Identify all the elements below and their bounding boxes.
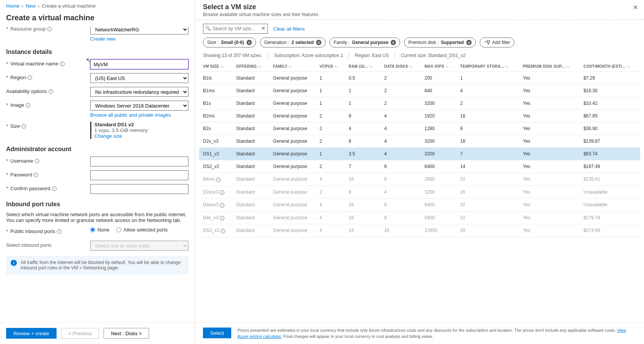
breadcrumb-current: Create a virtual machine [42,3,96,9]
info-icon[interactable]: i [216,178,221,182]
table-row[interactable]: B4ms iStandardGeneral purpose4168288032Y… [199,173,640,186]
table-row[interactable]: B1sStandardGeneral purpose11232002Yes$10… [199,97,640,110]
radio-none[interactable]: None [90,227,109,233]
browse-images-link[interactable]: Browse all public and private images [90,112,188,118]
table-row[interactable]: B1lsStandardGeneral purpose10.522001Yes$… [199,72,640,85]
col-vm-size[interactable]: VM SIZE↑↓ [199,61,232,72]
section-admin-account: Administrator account [6,146,188,153]
label-confirm-password: Confirm password [10,186,50,191]
plus-icon: ⁺∇ [484,39,490,46]
size-desc: 1 vcpu, 3.5 GiB memory [94,127,188,133]
availability-select[interactable]: No infrastructure redundancy required [90,87,188,97]
remove-filter-icon[interactable]: ✕ [247,40,252,45]
info-icon[interactable]: i [220,190,224,195]
col-vcpus[interactable]: VCPUS↑↓ [316,61,345,72]
table-row[interactable]: D2asv3 iStandardGeneral purpose284320016… [199,186,640,199]
remove-filter-icon[interactable]: ✕ [391,40,396,45]
change-size-link[interactable]: Change size [94,133,188,139]
password-input[interactable] [90,170,188,180]
info-icon[interactable]: i [26,103,30,108]
breadcrumb: Home › New › Create a virtual machine [0,0,195,12]
table-row[interactable]: B2sStandardGeneral purpose24412808Yes$36… [199,122,640,135]
size-name: Standard DS1 v2 [94,122,188,127]
chevron-right-icon: › [22,3,23,9]
label-select-ports: Select inbound ports [6,242,52,248]
info-icon[interactable]: i [47,27,52,31]
label-password: Password [10,172,32,178]
remove-filter-icon[interactable]: ✕ [316,40,321,45]
subscription-label: Subscription: Azure subscription 1 [274,53,343,58]
region-select[interactable]: (US) East US [90,73,188,83]
inbound-desc: Select which virtual machine network por… [6,212,188,223]
label-availability: Availability options [6,88,47,94]
col-family[interactable]: FAMILY↑↓ [269,61,316,72]
price-note: Prices presented are estimates in your l… [237,328,636,339]
username-input[interactable] [90,157,188,166]
showing-count: Showing 13 of 257 VM sizes. [203,53,262,58]
info-icon[interactable]: i [221,229,225,233]
col-temp-storage[interactable]: TEMPORARY STORA...↑↓ [456,61,519,72]
panel-title: Select a VM size [203,3,636,11]
confirm-password-input[interactable] [90,184,188,194]
panel-subtitle: Browse available virtual machine sizes a… [203,12,636,17]
table-row[interactable]: D4asv3 iStandardGeneral purpose416864003… [199,199,640,212]
info-icon[interactable]: i [220,203,224,208]
filter-pill-generation[interactable]: Generation : 2 selected✕ [260,37,326,47]
label-size: Size [10,123,20,129]
breadcrumb-new[interactable]: New [26,3,36,9]
info-icon: i [11,260,17,266]
col-ram[interactable]: RAM (GI...↑↓ [345,61,380,72]
review-create-button[interactable]: Review + create [6,328,57,339]
col-cost[interactable]: COST/MONTH (ESTI...↑↓ [580,61,640,72]
resource-group-select[interactable]: NetworkWatcherRG [90,27,188,34]
clear-search-icon[interactable]: ✕ [261,25,266,31]
col-premium-disk[interactable]: PREMIUM DISK SUP...↑↓ [519,61,580,72]
previous-button: < Previous [61,328,99,339]
vm-name-input[interactable] [90,59,188,69]
current-size-label: Current size: Standard_DS1_v2 [401,53,466,58]
create-new-link[interactable]: Create new [90,36,188,42]
radio-allow[interactable]: Allow selected ports [116,227,168,233]
table-row[interactable]: DS3_v2 iStandardGeneral purpose414161280… [199,224,640,237]
region-label: Region: East US [355,53,389,58]
clear-filters-link[interactable]: Clear all filters [273,26,305,32]
info-banner: i All traffic from the internet will be … [6,256,188,274]
breadcrumb-home[interactable]: Home [6,3,19,9]
next-button[interactable]: Next : Disks > [104,328,149,339]
table-row[interactable]: B2msStandardGeneral purpose284192016Yes$… [199,110,640,122]
search-input[interactable] [203,24,268,34]
table-row[interactable]: DS2_v2StandardGeneral purpose278640014Ye… [199,160,640,173]
filter-pill-family[interactable]: Family : General purpose✕ [329,37,400,47]
info-icon[interactable]: i [57,229,62,234]
table-row[interactable]: D2s_v3StandardGeneral purpose284320016Ye… [199,135,640,148]
page-title: Create a virtual machine [0,12,195,27]
col-offering[interactable]: OFFERING↑↓ [232,61,269,72]
info-icon[interactable]: i [52,186,57,191]
table-row[interactable]: D4s_v3 iStandardGeneral purpose416864003… [199,211,640,224]
filter-pill-disk[interactable]: Premium disk : Supported✕ [404,37,475,47]
select-ports-dropdown: Select one or more ports [90,241,188,251]
add-filter-button[interactable]: ⁺∇ Add filter [480,37,514,47]
table-row[interactable]: B1msStandardGeneral purpose1226404Yes$18… [199,85,640,97]
section-inbound-rules: Inbound port rules [6,201,188,208]
section-instance-details: Instance details [6,49,188,55]
image-select[interactable]: Windows Server 2016 Datacenter [90,101,188,111]
col-data-disks[interactable]: DATA DISKS↑↓ [380,61,421,72]
info-icon[interactable]: i [28,75,32,80]
table-row[interactable]: DS1_v2StandardGeneral purpose13.5432007Y… [199,148,640,160]
filter-pill-size[interactable]: Size : Small (0-6)✕ [203,37,256,47]
chevron-right-icon: › [38,3,39,9]
vm-size-table: VM SIZE↑↓ OFFERING↑↓ FAMILY↑↓ VCPUS↑↓ RA… [199,61,640,237]
close-icon[interactable]: ✕ [633,4,638,11]
label-resource-group: Resource group [10,27,46,32]
info-icon[interactable]: i [21,124,26,129]
info-icon[interactable]: i [35,159,39,163]
info-icon[interactable]: i [60,62,65,66]
info-icon[interactable]: i [49,89,53,94]
info-icon[interactable]: i [220,216,224,220]
label-image: Image [10,102,24,108]
select-button[interactable]: Select [203,328,231,338]
info-icon[interactable]: i [34,173,38,177]
remove-filter-icon[interactable]: ✕ [466,40,472,45]
col-max-iops[interactable]: MAX IOPS↑↓ [421,61,456,72]
